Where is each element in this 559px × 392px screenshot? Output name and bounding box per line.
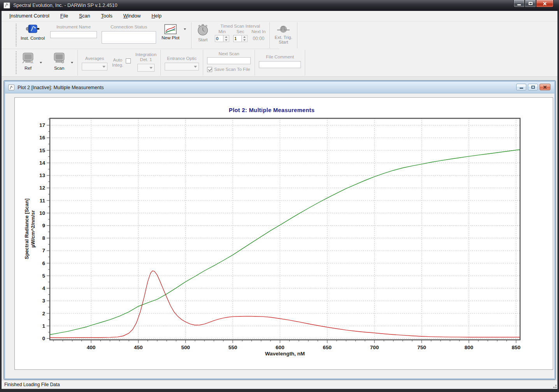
svg-text:1: 1 <box>42 323 45 329</box>
spin-down-icon <box>225 39 227 41</box>
svg-text:650: 650 <box>323 345 332 350</box>
scan-dropdown[interactable] <box>70 49 74 76</box>
main-window: Spectral Evolution, Inc. - DARWin SP v.1… <box>0 0 559 392</box>
file-comment-label: File Comment <box>266 54 294 60</box>
svg-text:400: 400 <box>87 345 96 350</box>
stopwatch-icon <box>196 24 209 36</box>
minimize-icon <box>520 88 523 89</box>
start-button[interactable]: Start <box>193 21 213 49</box>
sec-spin-down[interactable] <box>242 39 247 42</box>
svg-text:9: 9 <box>42 223 45 229</box>
svg-text:14: 14 <box>39 160 46 166</box>
averages-combobox[interactable] <box>82 63 107 70</box>
menu-window[interactable]: Window <box>120 12 144 20</box>
svg-text:16: 16 <box>39 135 46 141</box>
status-bar: Finished Loading File Data <box>2 380 557 389</box>
toolbar-separator <box>160 50 161 76</box>
minimize-icon <box>517 4 521 5</box>
plot-restore-button[interactable] <box>528 84 538 90</box>
chevron-down-icon <box>102 66 105 68</box>
close-icon <box>543 85 547 89</box>
svg-text:A: A <box>31 60 33 64</box>
new-plot-button[interactable]: New Plot <box>158 21 183 49</box>
app-icon <box>4 2 10 9</box>
menu-file[interactable]: File <box>56 12 72 20</box>
plot-minimize-button[interactable] <box>516 84 526 90</box>
toolbar-separator <box>255 50 255 76</box>
svg-text:450: 450 <box>134 345 143 350</box>
min-spin-up[interactable] <box>223 35 229 39</box>
plot-window-title: Plot 2 [Inactive]: Multiple Measurements <box>18 85 104 90</box>
auto-integ-label-line1: Auto <box>112 58 123 63</box>
new-plot-label: New Plot <box>162 35 179 40</box>
toolbar-separator <box>77 50 78 76</box>
svg-text:600: 600 <box>276 345 285 350</box>
menu-help[interactable]: Help <box>148 12 165 20</box>
chart-canvas: Plot 2: Multiple Measurements Spectral R… <box>14 97 553 370</box>
menu-scan[interactable]: Scan <box>75 12 94 20</box>
ref-icon: A <box>21 52 35 65</box>
title-bar[interactable]: Spectral Evolution, Inc. - DARWin SP v.1… <box>0 0 559 11</box>
chevron-down-icon <box>40 62 42 63</box>
next-in-value: 00:00 <box>253 36 264 41</box>
svg-text:8: 8 <box>42 235 45 241</box>
minimize-button[interactable] <box>513 0 525 7</box>
new-plot-icon <box>164 24 177 34</box>
entrance-optic-field: Entrance Optic <box>162 49 201 76</box>
auto-integ-checkbox[interactable] <box>126 58 131 63</box>
min-input[interactable] <box>215 35 223 42</box>
close-button[interactable] <box>536 0 554 7</box>
svg-text:7: 7 <box>42 248 45 253</box>
min-spin-down[interactable] <box>223 39 229 42</box>
svg-text:0: 0 <box>42 336 45 341</box>
file-comment-field: File Comment <box>257 49 303 76</box>
inst-control-button[interactable]: Inst. Control <box>18 21 48 49</box>
entrance-optic-combobox[interactable] <box>165 63 199 70</box>
ref-button[interactable]: A Ref <box>18 49 39 76</box>
scan-button[interactable]: Scan <box>49 49 70 76</box>
ext-trig-start-button[interactable]: Ext. Trig. Start <box>271 21 295 49</box>
spin-up-icon <box>225 36 227 38</box>
toolbar-row-2: A Ref Scan Averages Auto Integ. <box>2 49 557 77</box>
resize-grip-icon[interactable] <box>552 383 557 388</box>
chevron-down-icon <box>194 66 197 68</box>
save-scan-checkbox[interactable] <box>207 67 212 72</box>
new-plot-dropdown[interactable] <box>183 28 187 49</box>
spin-down-icon <box>243 39 246 41</box>
svg-text:10: 10 <box>39 210 45 216</box>
svg-text:700: 700 <box>370 345 379 350</box>
sec-input[interactable] <box>233 35 242 42</box>
close-icon <box>543 2 547 6</box>
plot-window-title-bar[interactable]: Plot 2 [Inactive]: Multiple Measurements <box>5 82 554 93</box>
plot-close-button[interactable] <box>540 84 550 90</box>
menu-tools[interactable]: Tools <box>97 12 116 20</box>
menu-instrument-control[interactable]: Instrument Control <box>5 12 53 20</box>
toolbar-grip[interactable] <box>16 51 17 74</box>
ref-dropdown[interactable] <box>39 49 43 76</box>
sec-label: Sec <box>237 29 244 34</box>
svg-text:5: 5 <box>42 273 45 279</box>
averages-label: Averages <box>85 56 104 61</box>
next-scan-input[interactable] <box>207 57 251 64</box>
scan-label: Scan <box>54 66 64 70</box>
maximize-button[interactable] <box>525 0 536 7</box>
instrument-name-input[interactable] <box>50 31 97 38</box>
maximize-icon <box>529 2 533 5</box>
sec-spinner[interactable] <box>242 35 248 42</box>
sec-spin-up[interactable] <box>242 35 247 39</box>
spin-up-icon <box>243 36 246 38</box>
integration-combobox[interactable] <box>137 64 155 72</box>
connection-status-field: Connection Status <box>99 21 158 49</box>
min-spinner[interactable] <box>223 35 229 42</box>
window-title: Spectral Evolution, Inc. - DARWin SP v.1… <box>13 3 118 8</box>
restore-icon <box>531 86 535 89</box>
svg-text:2: 2 <box>42 311 45 316</box>
svg-text:17: 17 <box>39 122 45 128</box>
integration-field: Integration Det. 1 <box>133 49 159 76</box>
file-comment-input[interactable] <box>259 61 301 68</box>
min-label: Min <box>218 29 226 34</box>
next-scan-group: Next Scan Save Scan To File <box>205 49 253 76</box>
toolbar-grip[interactable] <box>16 24 17 47</box>
svg-text:550: 550 <box>229 345 237 350</box>
ref-label: Ref <box>25 66 32 70</box>
